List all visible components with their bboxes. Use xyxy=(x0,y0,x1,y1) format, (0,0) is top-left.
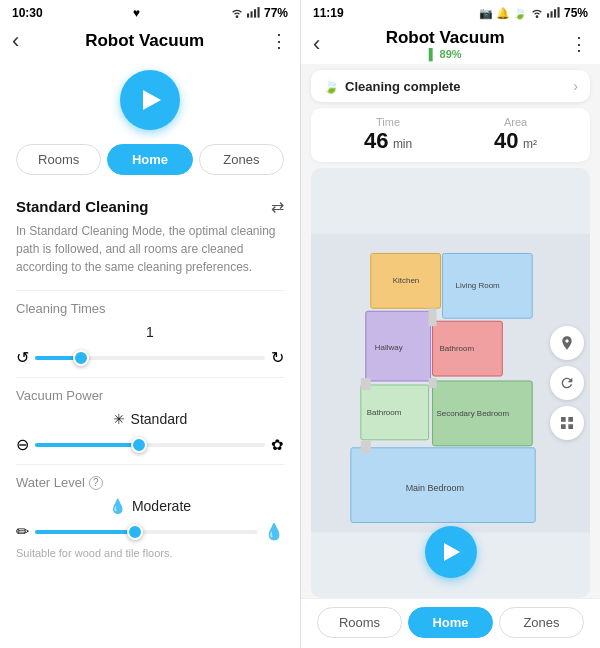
map-side-buttons xyxy=(550,326,584,440)
water-level-fill xyxy=(35,530,135,534)
left-status-bar: 10:30 ♥ 77% xyxy=(0,0,300,24)
left-play-button[interactable] xyxy=(120,70,180,130)
room-label-hallway: Hallway xyxy=(375,343,403,352)
left-tabs: Rooms Home Zones xyxy=(0,144,300,185)
water-level-note: Suitable for wood and tile floors. xyxy=(16,547,284,559)
location-button[interactable] xyxy=(550,326,584,360)
right-battery-text: 75% xyxy=(564,6,588,20)
water-level-value: Moderate xyxy=(132,498,191,514)
right-play-button[interactable] xyxy=(425,526,477,578)
room-label-living: Living Room xyxy=(455,281,500,290)
left-status-icons: 77% xyxy=(230,6,288,20)
vacuum-power-track[interactable] xyxy=(35,443,265,447)
swap-icon[interactable]: ⇄ xyxy=(271,197,284,216)
water-level-thumb xyxy=(127,524,143,540)
cleaning-times-slider-row: ↺ ↻ xyxy=(16,348,284,367)
right-status-bar: 11:19 📷 🔔 🍃 75% xyxy=(301,0,600,24)
bottom-tab-zones[interactable]: Zones xyxy=(499,607,584,638)
svg-rect-6 xyxy=(554,9,556,17)
stat-time-value: 46 xyxy=(364,128,388,153)
water-level-label: Water Level ? xyxy=(16,475,284,490)
water-level-help-icon[interactable]: ? xyxy=(89,476,103,490)
divider-2 xyxy=(16,377,284,378)
svg-rect-7 xyxy=(557,7,559,18)
svg-rect-5 xyxy=(550,11,552,17)
vacuum-power-slider-row: ⊖ ✿ xyxy=(16,435,284,454)
right-header: ‹ Robot Vacuum ▌ 89% ⋮ xyxy=(301,24,600,64)
standard-cleaning-desc: In Standard Cleaning Mode, the optimal c… xyxy=(16,222,284,276)
tab-zones-left[interactable]: Zones xyxy=(199,144,284,175)
play-button-area xyxy=(0,60,300,144)
water-level-slider-row: ✏ 💧 xyxy=(16,522,284,541)
right-camera-icon: 📷 xyxy=(479,7,493,20)
cleaning-times-right-icon: ↻ xyxy=(271,348,284,367)
right-signal-icon xyxy=(547,6,561,20)
water-level-right-icon: 💧 xyxy=(264,522,284,541)
right-time: 11:19 xyxy=(313,6,344,20)
room-label-kitchen: Kitchen xyxy=(393,276,420,285)
right-panel: 11:19 📷 🔔 🍃 75% ‹ Robot Vacuum ▌ 89% ⋮ xyxy=(300,0,600,648)
left-header-title: Robot Vacuum xyxy=(19,31,270,51)
cleaning-times-left-icon: ↺ xyxy=(16,348,29,367)
right-battery-badge: ▌ 89% xyxy=(429,48,462,60)
cleaning-times-label: Cleaning Times xyxy=(16,301,284,316)
left-content: Standard Cleaning ⇄ In Standard Cleaning… xyxy=(0,185,300,648)
svg-rect-18 xyxy=(361,378,371,390)
tab-home-left[interactable]: Home xyxy=(107,144,192,175)
left-signal-icon xyxy=(247,6,261,20)
grid-button[interactable] xyxy=(550,406,584,440)
divider-3 xyxy=(16,464,284,465)
tab-rooms-left[interactable]: Rooms xyxy=(16,144,101,175)
water-level-value-row: 💧 Moderate xyxy=(16,498,284,514)
cleaning-complete-banner[interactable]: 🍃 Cleaning complete › xyxy=(311,70,590,102)
svg-rect-2 xyxy=(254,9,256,17)
left-panel: 10:30 ♥ 77% ‹ Robot Vacuum ⋮ Rooms Home … xyxy=(0,0,300,648)
bottom-tab-rooms[interactable]: Rooms xyxy=(317,607,402,638)
svg-rect-19 xyxy=(361,441,371,453)
right-bell-icon: 🔔 xyxy=(496,7,510,20)
vacuum-power-left-icon: ⊖ xyxy=(16,435,29,454)
vacuum-power-right-icon: ✿ xyxy=(271,436,284,454)
svg-rect-1 xyxy=(250,11,252,17)
cleaning-icon: 🍃 xyxy=(323,79,339,94)
cleaning-times-thumb xyxy=(73,350,89,366)
svg-rect-16 xyxy=(429,308,437,326)
water-level-track[interactable] xyxy=(35,530,258,534)
refresh-button[interactable] xyxy=(550,366,584,400)
left-menu-icon[interactable]: ⋮ xyxy=(270,30,288,52)
vacuum-power-value: Standard xyxy=(131,411,188,427)
stat-time: Time 46 min xyxy=(364,116,412,154)
room-label-sec-bed: Secondary Bedroom xyxy=(437,409,510,418)
svg-rect-17 xyxy=(429,378,437,388)
stat-area: Area 40 m² xyxy=(494,116,537,154)
room-label-bath2: Bathroom xyxy=(367,408,402,417)
right-wifi-icon xyxy=(530,7,544,20)
stat-time-unit: min xyxy=(393,137,412,151)
vacuum-power-thumb xyxy=(131,437,147,453)
svg-rect-0 xyxy=(247,13,249,17)
cleaning-times-value-row: 1 xyxy=(16,324,284,340)
cleaning-times-value: 1 xyxy=(146,324,154,340)
right-bottom-tabs: Rooms Home Zones xyxy=(301,598,600,648)
svg-rect-3 xyxy=(257,7,259,18)
right-header-title: Robot Vacuum xyxy=(386,28,505,48)
vacuum-power-value-row: ✳ Standard xyxy=(16,411,284,427)
divider-1 xyxy=(16,290,284,291)
left-heart-icon: ♥ xyxy=(133,6,140,20)
stat-time-label: Time xyxy=(364,116,412,128)
right-status-icons: 📷 🔔 🍃 75% xyxy=(479,6,588,20)
right-back-icon[interactable]: ‹ xyxy=(313,31,320,57)
right-menu-icon[interactable]: ⋮ xyxy=(570,33,588,55)
standard-cleaning-header: Standard Cleaning ⇄ xyxy=(16,197,284,216)
vacuum-power-icon: ✳ xyxy=(113,411,125,427)
room-label-main-bed: Main Bedroom xyxy=(406,483,464,493)
stat-area-label: Area xyxy=(494,116,537,128)
left-wifi-icon xyxy=(230,7,244,20)
left-back-icon[interactable]: ‹ xyxy=(12,28,19,54)
cleaning-times-track[interactable] xyxy=(35,356,265,360)
bottom-tab-home[interactable]: Home xyxy=(408,607,493,638)
right-leaf-icon: 🍃 xyxy=(513,7,527,20)
map-area: Kitchen Living Room Hallway Bathroom Sec… xyxy=(311,168,590,598)
water-drop-icon: 💧 xyxy=(109,498,126,514)
vacuum-power-label: Vacuum Power xyxy=(16,388,284,403)
